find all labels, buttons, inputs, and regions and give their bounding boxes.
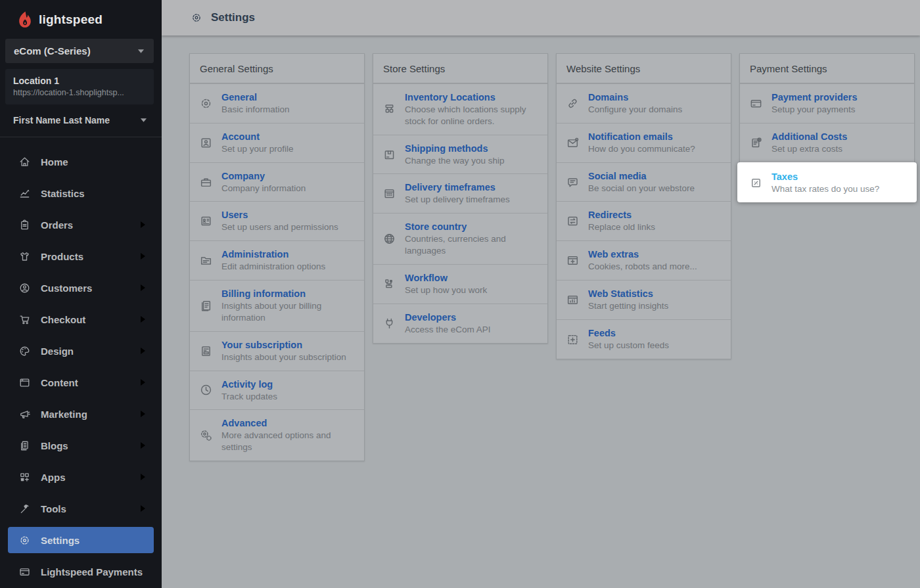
settings-item-link[interactable]: Administration bbox=[221, 249, 288, 260]
logo-wordmark: lightspeed bbox=[39, 12, 103, 27]
settings-item-domains[interactable]: DomainsConfigure your domains bbox=[557, 83, 731, 123]
card-title: General Settings bbox=[190, 54, 364, 83]
settings-item-link[interactable]: Feeds bbox=[588, 328, 616, 338]
settings-item-link[interactable]: Web Statistics bbox=[588, 288, 653, 299]
link-icon bbox=[566, 97, 580, 110]
sidebar-item-content[interactable]: Content bbox=[0, 367, 162, 398]
settings-item-link[interactable]: Developers bbox=[405, 312, 456, 323]
page-header: Settings bbox=[162, 0, 920, 35]
redirect-icon bbox=[566, 214, 580, 228]
sidebar-item-home[interactable]: Home bbox=[0, 146, 162, 177]
sidebar-item-label: Statistics bbox=[41, 188, 149, 199]
sidebar-item-label: Content bbox=[41, 377, 140, 388]
settings-item-link[interactable]: Payment providers bbox=[771, 92, 858, 102]
chevron-right-icon bbox=[140, 252, 146, 260]
settings-item-link[interactable]: Users bbox=[221, 210, 248, 220]
settings-item-administration[interactable]: AdministrationEdit administration option… bbox=[190, 240, 364, 280]
settings-item-developers[interactable]: DevelopersAccess the eCom API bbox=[373, 304, 547, 343]
sidebar-item-design[interactable]: Design bbox=[0, 335, 162, 367]
settings-item-link[interactable]: Store country bbox=[405, 221, 467, 232]
settings-item-account[interactable]: AccountSet up your profile bbox=[190, 123, 364, 162]
settings-item-link[interactable]: Inventory Locations bbox=[405, 92, 495, 102]
settings-item-delivery-timeframes[interactable]: Delivery timeframesSet up delivery timef… bbox=[373, 173, 547, 213]
sidebar-item-statistics[interactable]: Statistics bbox=[0, 177, 162, 209]
settings-item-activity-log[interactable]: Activity logTrack updates bbox=[190, 371, 364, 410]
sidebar-item-products[interactable]: Products bbox=[0, 240, 162, 272]
settings-item-link[interactable]: General bbox=[221, 92, 257, 102]
home-icon bbox=[18, 156, 31, 168]
sidebar-item-lightspeed-payments[interactable]: Lightspeed Payments bbox=[0, 556, 162, 587]
sidebar-item-label: Orders bbox=[41, 219, 140, 231]
workspace-selector[interactable]: eCom (C-Series) bbox=[5, 39, 154, 63]
sidebar-item-label: Home bbox=[41, 156, 149, 168]
settings-item-payment-providers[interactable]: Payment providersSetup your payments bbox=[740, 83, 914, 123]
sitemap-icon bbox=[382, 102, 396, 116]
settings-item-link[interactable]: Activity log bbox=[221, 379, 273, 390]
settings-item-web-statistics[interactable]: Web StatisticsStart getting insights bbox=[557, 280, 731, 319]
sidebar-item-orders[interactable]: Orders bbox=[0, 209, 162, 240]
sidebar-item-customers[interactable]: Customers bbox=[0, 272, 162, 304]
settings-item-link[interactable]: Shipping methods bbox=[405, 143, 488, 154]
workspace-label: eCom (C-Series) bbox=[14, 45, 91, 57]
settings-item-link[interactable]: Taxes bbox=[771, 171, 798, 182]
chat-icon bbox=[566, 175, 580, 189]
settings-item-store-country[interactable]: Store countryCountries, currencies and l… bbox=[373, 213, 547, 264]
sidebar-item-blogs[interactable]: Blogs bbox=[0, 430, 162, 461]
settings-item-description: Configure your domains bbox=[588, 104, 722, 116]
settings-item-description: Company information bbox=[221, 183, 355, 194]
settings-item-link[interactable]: Additional Costs bbox=[771, 131, 847, 142]
location-card[interactable]: Location 1 https://location-1.shoplights… bbox=[5, 69, 154, 104]
settings-item-advanced[interactable]: AdvancedMore advanced options and settin… bbox=[190, 409, 364, 461]
settings-item-users[interactable]: UsersSet up users and permissions bbox=[190, 201, 364, 240]
sidebar-item-settings[interactable]: Settings bbox=[8, 527, 154, 553]
settings-item-link[interactable]: Delivery timeframes bbox=[405, 182, 495, 192]
sidebar-item-checkout[interactable]: Checkout bbox=[0, 304, 162, 335]
settings-item-link[interactable]: Redirects bbox=[588, 210, 632, 220]
settings-item-link[interactable]: Account bbox=[221, 131, 260, 142]
settings-item-inventory-locations[interactable]: Inventory LocationsChoose which location… bbox=[373, 83, 547, 135]
email-icon bbox=[566, 136, 580, 150]
settings-item-general[interactable]: GeneralBasic information bbox=[190, 83, 364, 123]
settings-item-link[interactable]: Domains bbox=[588, 92, 628, 102]
settings-item-web-extras[interactable]: Web extrasCookies, robots and more... bbox=[557, 240, 731, 280]
settings-item-description: Access the eCom API bbox=[405, 324, 538, 336]
content-icon bbox=[18, 376, 31, 389]
sidebar-item-tools[interactable]: Tools bbox=[0, 493, 162, 524]
chevron-right-icon bbox=[140, 441, 146, 449]
sidebar-item-marketing[interactable]: Marketing bbox=[0, 398, 162, 430]
billing-doc-icon bbox=[199, 299, 213, 313]
settings-item-company[interactable]: CompanyCompany information bbox=[190, 162, 364, 202]
sidebar-item-label: Marketing bbox=[41, 409, 140, 420]
checkout-icon bbox=[18, 313, 31, 326]
settings-item-description: Be social on your webstore bbox=[588, 183, 722, 194]
settings-item-social-media[interactable]: Social mediaBe social on your webstore bbox=[557, 162, 731, 202]
settings-item-your-subscription[interactable]: Your subscriptionInsights about your sub… bbox=[190, 331, 364, 371]
settings-item-link[interactable]: Workflow bbox=[405, 273, 448, 283]
settings-item-link[interactable]: Company bbox=[221, 171, 265, 181]
gear-icon bbox=[199, 97, 213, 110]
settings-item-shipping-methods[interactable]: Shipping methodsChange the way you ship bbox=[373, 135, 547, 174]
settings-item-taxes[interactable]: TaxesWhat tax rates do you use? bbox=[737, 162, 917, 203]
settings-item-additional-costs[interactable]: Additional CostsSet up extra costs bbox=[740, 123, 914, 162]
package-icon bbox=[382, 148, 396, 162]
settings-item-feeds[interactable]: FeedsSet up custom feeds bbox=[557, 319, 731, 359]
settings-item-link[interactable]: Billing information bbox=[221, 288, 306, 299]
sidebar-item-label: Settings bbox=[41, 535, 141, 546]
settings-item-notification-emails[interactable]: Notification emailsHow do you communicat… bbox=[557, 123, 731, 162]
settings-item-description: Set up users and permissions bbox=[221, 221, 355, 233]
settings-item-billing-information[interactable]: Billing informationInsights about your b… bbox=[190, 280, 364, 331]
user-menu[interactable]: First Name Last Name bbox=[0, 104, 162, 137]
settings-item-redirects[interactable]: RedirectsReplace old links bbox=[557, 201, 731, 240]
apps-icon bbox=[18, 471, 31, 484]
settings-item-link[interactable]: Advanced bbox=[221, 418, 267, 428]
plug-icon bbox=[382, 317, 396, 330]
settings-item-link[interactable]: Web extras bbox=[588, 249, 639, 260]
settings-item-link[interactable]: Notification emails bbox=[588, 131, 673, 142]
settings-item-description: Set up your profile bbox=[221, 143, 355, 155]
settings-item-workflow[interactable]: WorkflowSet up how you work bbox=[373, 264, 547, 304]
sidebar: lightspeed eCom (C-Series) Location 1 ht… bbox=[0, 0, 162, 588]
settings-item-link[interactable]: Social media bbox=[588, 171, 647, 181]
settings-item-link[interactable]: Your subscription bbox=[221, 340, 302, 350]
sidebar-item-apps[interactable]: Apps bbox=[0, 461, 162, 493]
user-name: First Name Last Name bbox=[13, 115, 110, 125]
